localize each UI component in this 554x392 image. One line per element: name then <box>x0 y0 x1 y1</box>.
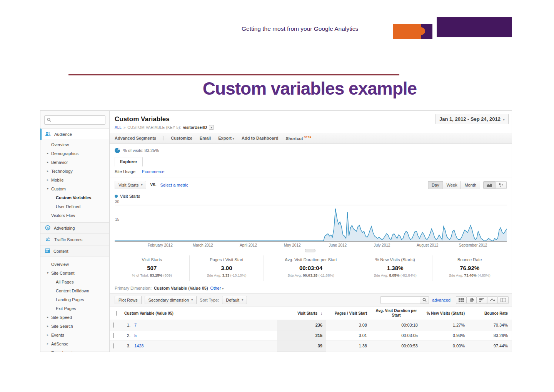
column-header-bounce-rate[interactable]: Bounce Rate <box>469 310 512 317</box>
timeline-slider-handle[interactable] <box>305 249 315 252</box>
breadcrumb-value: visitorUserID <box>183 125 207 130</box>
sidebar-item-label: Site Speed <box>51 315 72 320</box>
column-header-avg-duration[interactable]: Avg. Visit Duration per Start <box>371 307 422 320</box>
select-all-checkbox[interactable] <box>116 311 117 316</box>
chevron-down-icon: ▾ <box>47 271 48 275</box>
row-checkbox[interactable] <box>113 333 114 338</box>
chevron-right-icon: ▸ <box>47 324 48 328</box>
metric-select-button[interactable]: Visit Starts ▾ <box>115 181 146 189</box>
tab-explorer[interactable]: Explorer <box>115 157 143 167</box>
sidebar-item-visitors-flow[interactable]: Visitors Flow <box>40 211 109 220</box>
sort-type-button[interactable]: Default ▾ <box>222 296 247 304</box>
column-header-visit-starts[interactable]: Visit Starts↓ <box>277 310 326 317</box>
sidebar-item-all-pages[interactable]: All Pages <box>40 277 109 286</box>
performance-view-icon[interactable] <box>477 296 487 304</box>
legend-dot-icon <box>115 195 118 198</box>
scorecard-label: Visit Starts <box>116 257 188 262</box>
sidebar-item-site-speed[interactable]: ▸Site Speed <box>40 313 109 322</box>
advanced-search-link[interactable]: advanced <box>432 298 451 302</box>
sidebar-item-behavior[interactable]: ▸Behavior <box>40 158 109 167</box>
percentage-view-icon[interactable] <box>467 296 477 304</box>
sidebar-item-exit-pages[interactable]: Exit Pages <box>40 304 109 313</box>
sidebar-item-user-defined[interactable]: User Defined <box>40 202 109 211</box>
motion-chart-icon[interactable] <box>496 181 507 189</box>
scorecard-value: 00:03:04 <box>265 265 356 271</box>
granularity-month-button[interactable]: Month <box>461 181 480 189</box>
row-checkbox[interactable] <box>113 322 114 328</box>
sidebar-search-input[interactable] <box>53 118 103 122</box>
report-main: Custom Variables ALL » CUSTOM VARIABLE (… <box>110 111 512 352</box>
breadcrumb-dropdown[interactable]: ▾ <box>209 125 214 130</box>
cell-pages-per-visit: 3.08 <box>326 323 371 327</box>
row-value-link[interactable]: 1428 <box>134 344 144 348</box>
table-row: 4.156162.8300:01:2716.67%50.00% <box>110 351 512 352</box>
select-metric-link[interactable]: Select a metric <box>160 183 189 187</box>
sidebar-section-content[interactable]: Content <box>40 245 109 257</box>
table-header-row: Custom Variable (Value 05)Visit Starts↓P… <box>110 307 512 320</box>
scorecard-value: 507 <box>116 265 188 271</box>
row-value-link[interactable]: 5 <box>134 333 137 338</box>
granularity-day-button[interactable]: Day <box>428 181 443 189</box>
sidebar-item-custom[interactable]: ▾Custom <box>40 184 109 193</box>
column-header-custom-variable[interactable]: Custom Variable (Value 05) <box>121 310 277 317</box>
secondary-dimension-button[interactable]: Secondary dimension ▾ <box>145 296 197 304</box>
sidebar-item-overview[interactable]: Overview <box>40 260 109 269</box>
toolbar-email[interactable]: Email <box>200 136 211 140</box>
toolbar-customize[interactable]: Customize <box>171 136 192 140</box>
granularity-week-button[interactable]: Week <box>443 181 461 189</box>
table-search-button[interactable] <box>420 296 429 304</box>
toolbar-advanced-segments[interactable]: Advanced Segments <box>115 136 164 140</box>
toolbar-export[interactable]: Export ▾ <box>218 136 234 140</box>
sidebar-item-adsense[interactable]: ▸AdSense <box>40 339 109 348</box>
advertising-icon: $ <box>45 225 50 231</box>
sidebar-item-label: Events <box>51 333 64 337</box>
sidebar-item-demographics[interactable]: ▸Demographics <box>40 149 109 158</box>
sidebar-item-site-search[interactable]: ▸Site Search <box>40 322 109 330</box>
chevron-down-icon: ▾ <box>503 117 505 122</box>
chart-controls: Visit Starts ▾ VS. Select a metric DayWe… <box>110 177 512 192</box>
row-value-link[interactable]: 7 <box>134 323 137 327</box>
sidebar-item-landing-pages[interactable]: Landing Pages <box>40 295 109 304</box>
tab-strip: Explorer <box>110 157 512 166</box>
date-range-selector[interactable]: Jan 1, 2012 - Sep 24, 2012▾ <box>436 114 509 124</box>
other-dimension-link[interactable]: Other ▾ <box>210 286 224 290</box>
breadcrumb-root-link[interactable]: ALL <box>115 125 122 130</box>
sidebar-section-traffic-sources[interactable]: Traffic Sources <box>40 234 109 245</box>
sidebar-search[interactable] <box>44 115 105 125</box>
sidebar-item-events[interactable]: ▸Events <box>40 330 109 339</box>
report-toolbar: Advanced SegmentsCustomizeEmailExport ▾A… <box>110 133 512 144</box>
granularity-segment: DayWeekMonth <box>428 181 480 189</box>
sidebar-section-advertising[interactable]: $Advertising <box>40 222 109 234</box>
table-view-icon[interactable] <box>456 296 467 304</box>
toolbar-add-to-dashboard[interactable]: Add to Dashboard <box>242 136 278 140</box>
sidebar-section-audience[interactable]: Audience <box>40 128 109 140</box>
pie-icon <box>115 148 120 153</box>
cell-bounce-rate: 70.34% <box>469 323 512 327</box>
sort-type-label: Sort Type: <box>200 298 219 302</box>
column-header-pages-per-visit[interactable]: Pages / Visit Start <box>326 310 371 317</box>
sidebar-item-custom-variables[interactable]: Custom Variables <box>40 193 109 202</box>
sidebar-item-site-content[interactable]: ▾Site Content <box>40 269 109 277</box>
plot-rows-button[interactable]: Plot Rows <box>115 296 142 304</box>
sidebar-item-overview[interactable]: Overview <box>40 140 109 149</box>
sidebar-item-mobile[interactable]: ▸Mobile <box>40 175 109 184</box>
sidebar-item-technology[interactable]: ▸Technology <box>40 167 109 175</box>
subtab-ecommerce[interactable]: Ecommerce <box>142 169 165 174</box>
divider-rule <box>68 74 399 75</box>
area-chart-icon[interactable] <box>483 181 496 189</box>
primary-dimension-value[interactable]: Custom Variable (Value 05) <box>154 286 208 290</box>
sidebar-item-content-drilldown[interactable]: Content Drilldown <box>40 286 109 295</box>
row-checkbox[interactable] <box>113 343 114 349</box>
comparison-view-icon[interactable] <box>487 296 498 304</box>
sidebar-item-experiments[interactable]: ▸Experiments <box>40 348 109 352</box>
row-index: 3. <box>124 344 130 348</box>
toolbar-shortcut[interactable]: ShortcutBETA <box>285 136 311 141</box>
y-tick-label: 15 <box>115 217 119 222</box>
pivot-view-icon[interactable] <box>498 296 509 304</box>
table-search-area: advanced <box>380 296 509 304</box>
nav-gap <box>40 257 109 260</box>
table-search-input[interactable] <box>380 296 420 304</box>
row-checkbox-cell <box>110 333 121 338</box>
subtab-site-usage[interactable]: Site Usage <box>115 169 135 174</box>
column-header-new-visits[interactable]: % New Visits (Starts) <box>422 310 469 317</box>
